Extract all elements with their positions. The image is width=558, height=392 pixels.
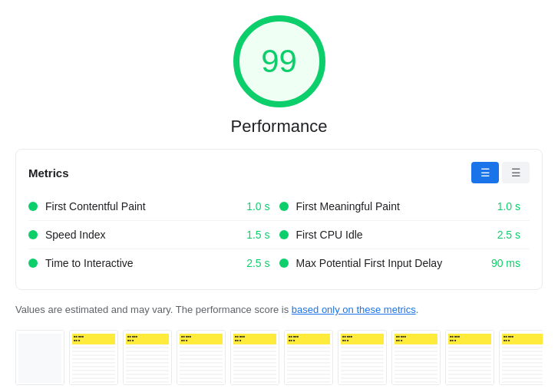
- metric-dot-mpfid: [279, 259, 289, 268]
- list-icon: ☰: [480, 166, 490, 179]
- metric-name-tti: Time to Interactive: [45, 257, 240, 269]
- note-after: .: [416, 304, 419, 315]
- score-label: Performance: [231, 117, 328, 137]
- metric-row-si: Speed Index 1.5 s: [28, 221, 279, 249]
- metric-dot-tti: [28, 259, 38, 268]
- metric-name-mpfid: Max Potential First Input Delay: [296, 257, 485, 269]
- filmstrip-frame-9: ■■ ■■■■■ ■: [499, 330, 543, 385]
- score-section: 99 Performance: [15, 15, 543, 137]
- grid-icon: ☰: [511, 166, 521, 179]
- metric-value-si: 1.5 s: [246, 229, 269, 241]
- filmstrip-frame-0: [15, 330, 64, 385]
- metric-name-fci: First CPU Idle: [296, 229, 491, 241]
- filmstrip-frame-5: ■■ ■■■■■ ■: [284, 330, 333, 385]
- filmstrip-frame-2: ■■ ■■■■■ ■: [123, 330, 172, 385]
- view-toggle: ☰ ☰: [471, 162, 530, 183]
- metric-name-si: Speed Index: [45, 229, 240, 241]
- filmstrip-frame-1: ■■ ■■■■■ ■: [69, 330, 118, 385]
- metrics-section: Metrics ☰ ☰ First Contentful Paint 1.0 s…: [15, 149, 543, 290]
- metric-value-fmp: 1.0 s: [497, 200, 520, 212]
- filmstrip: ■■ ■■■■■ ■ ■■ ■■■■■ ■ ■■ ■■■■■ ■ ■■ ■■■■…: [15, 330, 543, 385]
- metric-row-fmp: First Meaningful Paint 1.0 s: [279, 193, 530, 221]
- metric-dot-fci: [279, 230, 289, 239]
- metric-name-fmp: First Meaningful Paint: [296, 200, 491, 212]
- filmstrip-frame-7: ■■ ■■■■■ ■: [391, 330, 441, 385]
- metrics-grid: First Contentful Paint 1.0 s First Meani…: [28, 193, 530, 277]
- metric-value-mpfid: 90 ms: [491, 257, 520, 269]
- metric-row-tti: Time to Interactive 2.5 s: [28, 249, 279, 277]
- filmstrip-frame-8: ■■ ■■■■■ ■: [445, 330, 494, 385]
- filmstrip-frame-4: ■■ ■■■■■ ■: [230, 330, 279, 385]
- metric-row-fcp: First Contentful Paint 1.0 s: [28, 193, 279, 221]
- filmstrip-frame-6: ■■ ■■■■■ ■: [338, 330, 387, 385]
- metric-value-fcp: 1.0 s: [246, 200, 269, 212]
- metric-dot-fmp: [279, 202, 289, 211]
- metric-row-fci: First CPU Idle 2.5 s: [279, 221, 530, 249]
- note-text: Values are estimated and may vary. The p…: [15, 302, 543, 318]
- metric-value-tti: 2.5 s: [246, 257, 269, 269]
- toggle-grid-button[interactable]: ☰: [502, 162, 530, 183]
- metric-dot-si: [28, 230, 38, 239]
- metric-row-mpfid: Max Potential First Input Delay 90 ms: [279, 249, 530, 277]
- metric-value-fci: 2.5 s: [497, 229, 520, 241]
- metrics-title: Metrics: [28, 166, 69, 180]
- score-circle: 99: [233, 15, 325, 107]
- note-link[interactable]: based only on these metrics: [292, 304, 416, 315]
- toggle-list-button[interactable]: ☰: [471, 162, 499, 183]
- note-before: Values are estimated and may vary. The p…: [15, 304, 292, 315]
- metric-dot-fcp: [28, 202, 38, 211]
- filmstrip-frame-3: ■■ ■■■■■ ■: [177, 330, 226, 385]
- metrics-header: Metrics ☰ ☰: [28, 162, 530, 183]
- metric-name-fcp: First Contentful Paint: [45, 200, 240, 212]
- score-value: 99: [261, 43, 297, 80]
